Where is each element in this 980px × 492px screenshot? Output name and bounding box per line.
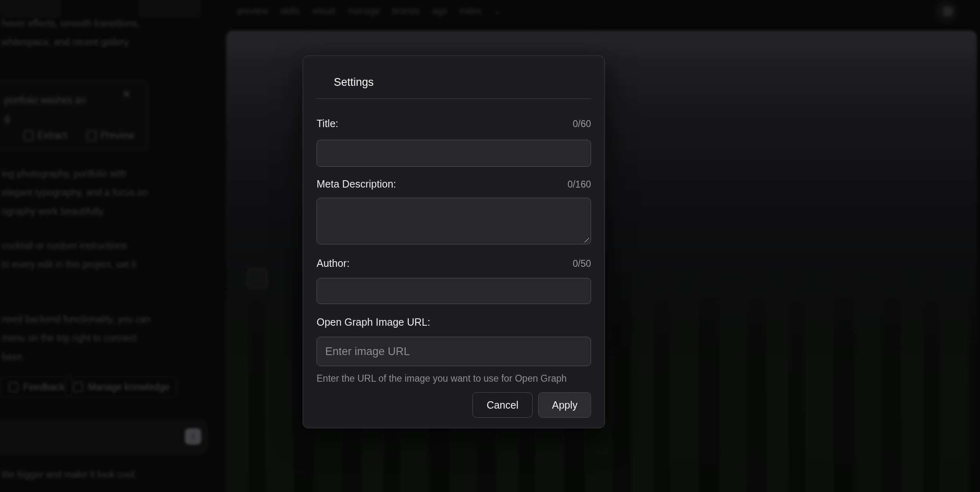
settings-dialog: Settings Title: 0/60 Meta Description: 0… bbox=[303, 56, 605, 428]
title-field-head: Title: 0/60 bbox=[317, 117, 591, 130]
title-input[interactable] bbox=[317, 140, 591, 167]
app-root: hover effects, smooth transitions, white… bbox=[0, 0, 980, 492]
dialog-actions: Cancel Apply bbox=[317, 392, 591, 418]
dialog-divider bbox=[317, 98, 591, 99]
title-label: Title: bbox=[317, 117, 338, 130]
og-helper-text: Enter the URL of the image you want to u… bbox=[317, 373, 591, 384]
meta-description-counter: 0/160 bbox=[567, 179, 591, 190]
meta-description-label: Meta Description: bbox=[317, 177, 396, 190]
author-field-head: Author: 0/50 bbox=[317, 257, 591, 270]
og-field-head: Open Graph Image URL: bbox=[317, 315, 591, 329]
author-label: Author: bbox=[317, 257, 350, 270]
dialog-title: Settings bbox=[334, 74, 591, 90]
author-counter: 0/50 bbox=[573, 258, 591, 269]
meta-field-head: Meta Description: 0/160 bbox=[317, 177, 591, 190]
meta-description-textarea[interactable] bbox=[317, 198, 591, 244]
cancel-button[interactable]: Cancel bbox=[472, 392, 533, 418]
og-image-url-label: Open Graph Image URL: bbox=[317, 315, 430, 329]
og-image-url-input[interactable] bbox=[317, 337, 591, 366]
apply-button[interactable]: Apply bbox=[538, 392, 591, 418]
author-input[interactable] bbox=[317, 278, 591, 304]
title-counter: 0/60 bbox=[573, 119, 591, 130]
